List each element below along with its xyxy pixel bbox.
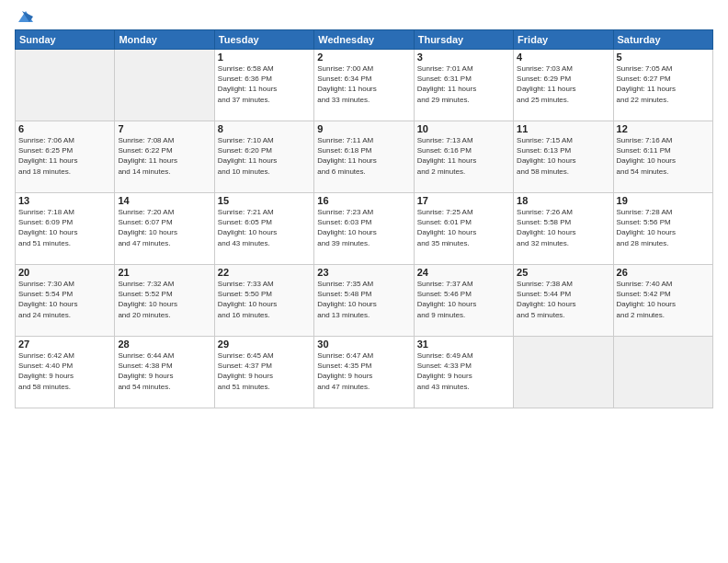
day-number: 19 — [617, 195, 710, 206]
day-info: Sunrise: 7:28 AM Sunset: 5:56 PM Dayligh… — [617, 207, 710, 248]
page: Sunday Monday Tuesday Wednesday Thursday… — [0, 0, 728, 563]
calendar-cell: 2Sunrise: 7:00 AM Sunset: 6:34 PM Daylig… — [314, 50, 414, 121]
day-info: Sunrise: 7:20 AM Sunset: 6:07 PM Dayligh… — [118, 207, 210, 248]
day-number: 29 — [218, 339, 311, 350]
day-number: 4 — [517, 52, 609, 63]
day-info: Sunrise: 7:33 AM Sunset: 5:50 PM Dayligh… — [218, 279, 311, 320]
calendar-cell: 14Sunrise: 7:20 AM Sunset: 6:07 PM Dayli… — [115, 193, 214, 265]
calendar-cell: 7Sunrise: 7:08 AM Sunset: 6:22 PM Daylig… — [115, 121, 214, 193]
weekday-header-row: Sunday Monday Tuesday Wednesday Thursday… — [16, 30, 713, 50]
header-tuesday: Tuesday — [214, 30, 313, 50]
day-number: 23 — [317, 267, 410, 278]
calendar-cell: 26Sunrise: 7:40 AM Sunset: 5:42 PM Dayli… — [613, 265, 712, 337]
day-number: 28 — [118, 339, 210, 350]
day-number: 21 — [118, 267, 210, 278]
calendar-cell: 1Sunrise: 6:58 AM Sunset: 6:36 PM Daylig… — [214, 50, 313, 121]
day-number: 14 — [118, 195, 210, 206]
day-info: Sunrise: 7:03 AM Sunset: 6:29 PM Dayligh… — [517, 63, 609, 105]
calendar-cell: 6Sunrise: 7:06 AM Sunset: 6:25 PM Daylig… — [16, 121, 115, 193]
day-number: 12 — [617, 123, 710, 134]
header-thursday: Thursday — [414, 30, 513, 50]
day-info: Sunrise: 7:06 AM Sunset: 6:25 PM Dayligh… — [18, 135, 111, 177]
week-row-2: 6Sunrise: 7:06 AM Sunset: 6:25 PM Daylig… — [16, 121, 713, 193]
day-number: 8 — [218, 123, 311, 134]
day-number: 9 — [317, 123, 410, 134]
calendar-cell — [613, 337, 712, 408]
day-number: 17 — [417, 195, 510, 206]
day-info: Sunrise: 7:18 AM Sunset: 6:09 PM Dayligh… — [18, 207, 111, 248]
day-number: 1 — [218, 52, 311, 63]
day-info: Sunrise: 6:42 AM Sunset: 4:40 PM Dayligh… — [18, 350, 111, 392]
day-info: Sunrise: 7:15 AM Sunset: 6:13 PM Dayligh… — [517, 135, 609, 177]
header-saturday: Saturday — [613, 30, 712, 50]
day-info: Sunrise: 7:23 AM Sunset: 6:03 PM Dayligh… — [317, 207, 410, 248]
day-info: Sunrise: 7:21 AM Sunset: 6:05 PM Dayligh… — [218, 207, 311, 248]
calendar-cell — [115, 50, 214, 121]
day-number: 11 — [517, 123, 609, 134]
calendar-cell: 16Sunrise: 7:23 AM Sunset: 6:03 PM Dayli… — [314, 193, 414, 265]
day-number: 20 — [18, 267, 111, 278]
day-number: 13 — [18, 195, 111, 206]
calendar-cell: 31Sunrise: 6:49 AM Sunset: 4:33 PM Dayli… — [414, 337, 513, 408]
day-info: Sunrise: 7:16 AM Sunset: 6:11 PM Dayligh… — [617, 135, 710, 177]
calendar-cell: 29Sunrise: 6:45 AM Sunset: 4:37 PM Dayli… — [214, 337, 313, 408]
calendar-cell: 24Sunrise: 7:37 AM Sunset: 5:46 PM Dayli… — [414, 265, 513, 337]
day-info: Sunrise: 7:38 AM Sunset: 5:44 PM Dayligh… — [517, 279, 609, 320]
calendar-cell: 10Sunrise: 7:13 AM Sunset: 6:16 PM Dayli… — [414, 121, 513, 193]
calendar-cell: 4Sunrise: 7:03 AM Sunset: 6:29 PM Daylig… — [514, 50, 613, 121]
day-number: 31 — [417, 339, 510, 350]
day-info: Sunrise: 7:40 AM Sunset: 5:42 PM Dayligh… — [617, 279, 710, 320]
day-number: 16 — [317, 195, 410, 206]
day-number: 24 — [417, 267, 510, 278]
day-number: 3 — [417, 52, 510, 63]
calendar-cell: 21Sunrise: 7:32 AM Sunset: 5:52 PM Dayli… — [115, 265, 214, 337]
day-info: Sunrise: 7:11 AM Sunset: 6:18 PM Dayligh… — [317, 135, 410, 177]
calendar-cell: 11Sunrise: 7:15 AM Sunset: 6:13 PM Dayli… — [514, 121, 613, 193]
calendar-cell: 8Sunrise: 7:10 AM Sunset: 6:20 PM Daylig… — [214, 121, 313, 193]
calendar-cell: 17Sunrise: 7:25 AM Sunset: 6:01 PM Dayli… — [414, 193, 513, 265]
calendar-cell: 13Sunrise: 7:18 AM Sunset: 6:09 PM Dayli… — [16, 193, 115, 265]
calendar-cell: 5Sunrise: 7:05 AM Sunset: 6:27 PM Daylig… — [613, 50, 712, 121]
day-number: 7 — [118, 123, 210, 134]
day-number: 27 — [18, 339, 111, 350]
day-info: Sunrise: 7:26 AM Sunset: 5:58 PM Dayligh… — [517, 207, 609, 248]
day-info: Sunrise: 7:05 AM Sunset: 6:27 PM Dayligh… — [617, 63, 710, 105]
week-row-5: 27Sunrise: 6:42 AM Sunset: 4:40 PM Dayli… — [16, 337, 713, 408]
day-info: Sunrise: 7:08 AM Sunset: 6:22 PM Dayligh… — [118, 135, 210, 177]
calendar-cell: 27Sunrise: 6:42 AM Sunset: 4:40 PM Dayli… — [16, 337, 115, 408]
day-info: Sunrise: 7:37 AM Sunset: 5:46 PM Dayligh… — [417, 279, 510, 320]
day-number: 10 — [417, 123, 510, 134]
week-row-3: 13Sunrise: 7:18 AM Sunset: 6:09 PM Dayli… — [16, 193, 713, 265]
calendar-cell: 15Sunrise: 7:21 AM Sunset: 6:05 PM Dayli… — [214, 193, 313, 265]
calendar-cell: 3Sunrise: 7:01 AM Sunset: 6:31 PM Daylig… — [414, 50, 513, 121]
day-number: 6 — [18, 123, 111, 134]
calendar-cell — [514, 337, 613, 408]
calendar-cell — [16, 50, 115, 121]
day-number: 25 — [517, 267, 609, 278]
day-info: Sunrise: 7:32 AM Sunset: 5:52 PM Dayligh… — [118, 279, 210, 320]
day-info: Sunrise: 6:49 AM Sunset: 4:33 PM Dayligh… — [417, 350, 510, 392]
day-info: Sunrise: 6:47 AM Sunset: 4:35 PM Dayligh… — [317, 350, 410, 392]
day-number: 26 — [617, 267, 710, 278]
logo — [15, 11, 35, 24]
calendar-cell: 23Sunrise: 7:35 AM Sunset: 5:48 PM Dayli… — [314, 265, 414, 337]
header-friday: Friday — [514, 30, 613, 50]
day-info: Sunrise: 7:35 AM Sunset: 5:48 PM Dayligh… — [317, 279, 410, 320]
calendar: Sunday Monday Tuesday Wednesday Thursday… — [15, 29, 713, 408]
day-number: 2 — [317, 52, 410, 63]
day-number: 18 — [517, 195, 609, 206]
calendar-cell: 12Sunrise: 7:16 AM Sunset: 6:11 PM Dayli… — [613, 121, 712, 193]
day-number: 5 — [617, 52, 710, 63]
calendar-cell: 30Sunrise: 6:47 AM Sunset: 4:35 PM Dayli… — [314, 337, 414, 408]
week-row-4: 20Sunrise: 7:30 AM Sunset: 5:54 PM Dayli… — [16, 265, 713, 337]
day-info: Sunrise: 6:44 AM Sunset: 4:38 PM Dayligh… — [118, 350, 210, 392]
day-info: Sunrise: 7:10 AM Sunset: 6:20 PM Dayligh… — [218, 135, 311, 177]
calendar-cell: 9Sunrise: 7:11 AM Sunset: 6:18 PM Daylig… — [314, 121, 414, 193]
header — [15, 11, 713, 24]
calendar-cell: 18Sunrise: 7:26 AM Sunset: 5:58 PM Dayli… — [514, 193, 613, 265]
day-info: Sunrise: 6:45 AM Sunset: 4:37 PM Dayligh… — [218, 350, 311, 392]
day-info: Sunrise: 7:00 AM Sunset: 6:34 PM Dayligh… — [317, 63, 410, 105]
day-number: 30 — [317, 339, 410, 350]
calendar-cell: 19Sunrise: 7:28 AM Sunset: 5:56 PM Dayli… — [613, 193, 712, 265]
calendar-cell: 28Sunrise: 6:44 AM Sunset: 4:38 PM Dayli… — [115, 337, 214, 408]
